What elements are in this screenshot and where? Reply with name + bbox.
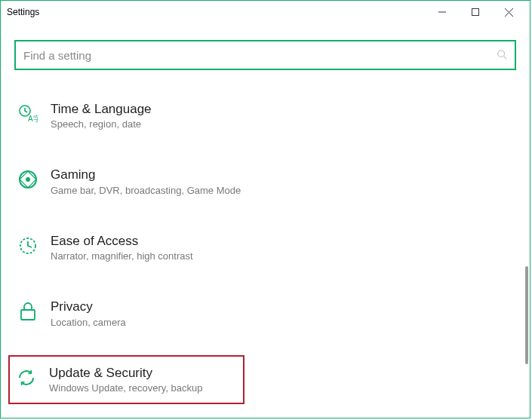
settings-item-update-security[interactable]: Update & Security Windows Update, recove…: [8, 355, 244, 404]
item-title: Update & Security: [49, 366, 203, 381]
svg-line-5: [504, 56, 507, 59]
minimize-button[interactable]: [426, 1, 459, 23]
settings-item-privacy[interactable]: Privacy Location, camera: [14, 289, 516, 338]
item-desc: Windows Update, recovery, backup: [49, 382, 203, 394]
close-button[interactable]: [492, 1, 525, 23]
svg-rect-1: [472, 9, 479, 16]
titlebar: Settings: [1, 1, 530, 23]
svg-rect-11: [21, 310, 35, 320]
item-title: Privacy: [51, 299, 126, 314]
privacy-icon: [17, 301, 38, 322]
settings-content: A字 Time & Language Speech, region, date: [1, 23, 530, 418]
update-security-icon: [16, 367, 37, 388]
settings-item-gaming[interactable]: Gaming Game bar, DVR, broadcasting, Game…: [14, 157, 516, 206]
search-box[interactable]: [14, 40, 516, 70]
ease-of-access-icon: [17, 235, 38, 256]
svg-point-4: [498, 50, 505, 57]
search-icon: [497, 49, 507, 62]
item-desc: Game bar, DVR, broadcasting, Game Mode: [51, 185, 241, 196]
search-input[interactable]: [23, 49, 497, 62]
settings-item-ease-of-access[interactable]: Ease of Access Narrator, magnifier, high…: [14, 223, 516, 272]
item-title: Gaming: [51, 167, 241, 182]
scrollbar[interactable]: [525, 266, 528, 364]
item-title: Ease of Access: [51, 234, 193, 249]
maximize-button[interactable]: [459, 1, 492, 23]
window-title: Settings: [5, 7, 39, 17]
item-desc: Location, camera: [51, 317, 126, 328]
time-language-icon: A字: [17, 103, 38, 124]
item-title: Time & Language: [51, 102, 152, 117]
settings-window: Settings A字: [0, 0, 530, 418]
settings-list: A字 Time & Language Speech, region, date: [14, 91, 516, 420]
settings-item-time-language[interactable]: A字 Time & Language Speech, region, date: [14, 91, 516, 140]
item-desc: Speech, region, date: [51, 118, 152, 130]
gaming-icon: [17, 169, 38, 190]
svg-text:A字: A字: [28, 115, 38, 123]
item-desc: Narrator, magnifier, high contrast: [51, 250, 193, 262]
svg-point-9: [26, 177, 30, 182]
